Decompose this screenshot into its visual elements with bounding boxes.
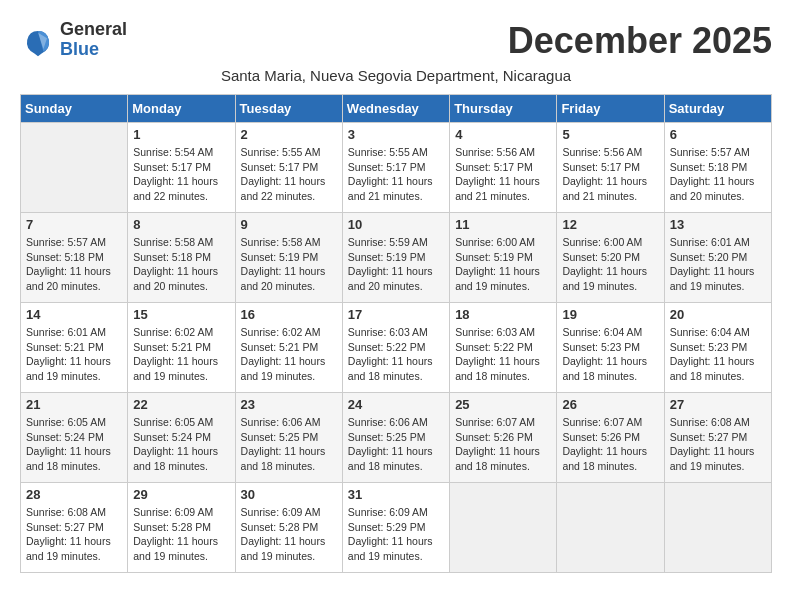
week-row-4: 21Sunrise: 6:05 AMSunset: 5:24 PMDayligh… [21,393,772,483]
calendar-cell: 7Sunrise: 5:57 AMSunset: 5:18 PMDaylight… [21,213,128,303]
day-number: 15 [133,307,229,322]
day-info: Sunrise: 6:05 AMSunset: 5:24 PMDaylight:… [133,415,229,474]
day-number: 29 [133,487,229,502]
day-info: Sunrise: 5:56 AMSunset: 5:17 PMDaylight:… [562,145,658,204]
calendar-cell: 25Sunrise: 6:07 AMSunset: 5:26 PMDayligh… [450,393,557,483]
header-thursday: Thursday [450,95,557,123]
logo-icon [20,22,56,58]
day-info: Sunrise: 5:56 AMSunset: 5:17 PMDaylight:… [455,145,551,204]
day-number: 27 [670,397,766,412]
calendar-cell: 22Sunrise: 6:05 AMSunset: 5:24 PMDayligh… [128,393,235,483]
week-row-1: 1Sunrise: 5:54 AMSunset: 5:17 PMDaylight… [21,123,772,213]
day-number: 21 [26,397,122,412]
calendar-cell: 4Sunrise: 5:56 AMSunset: 5:17 PMDaylight… [450,123,557,213]
day-number: 28 [26,487,122,502]
day-info: Sunrise: 6:09 AMSunset: 5:28 PMDaylight:… [241,505,337,564]
calendar-cell: 14Sunrise: 6:01 AMSunset: 5:21 PMDayligh… [21,303,128,393]
day-info: Sunrise: 6:01 AMSunset: 5:20 PMDaylight:… [670,235,766,294]
day-info: Sunrise: 6:08 AMSunset: 5:27 PMDaylight:… [26,505,122,564]
day-info: Sunrise: 6:08 AMSunset: 5:27 PMDaylight:… [670,415,766,474]
calendar-cell: 29Sunrise: 6:09 AMSunset: 5:28 PMDayligh… [128,483,235,573]
day-info: Sunrise: 6:02 AMSunset: 5:21 PMDaylight:… [241,325,337,384]
day-number: 23 [241,397,337,412]
header-friday: Friday [557,95,664,123]
day-info: Sunrise: 5:55 AMSunset: 5:17 PMDaylight:… [241,145,337,204]
day-number: 6 [670,127,766,142]
calendar-cell: 16Sunrise: 6:02 AMSunset: 5:21 PMDayligh… [235,303,342,393]
calendar-cell: 23Sunrise: 6:06 AMSunset: 5:25 PMDayligh… [235,393,342,483]
calendar-cell: 13Sunrise: 6:01 AMSunset: 5:20 PMDayligh… [664,213,771,303]
calendar-cell: 12Sunrise: 6:00 AMSunset: 5:20 PMDayligh… [557,213,664,303]
week-row-2: 7Sunrise: 5:57 AMSunset: 5:18 PMDaylight… [21,213,772,303]
day-info: Sunrise: 6:07 AMSunset: 5:26 PMDaylight:… [562,415,658,474]
day-number: 12 [562,217,658,232]
day-number: 11 [455,217,551,232]
day-info: Sunrise: 5:55 AMSunset: 5:17 PMDaylight:… [348,145,444,204]
day-number: 31 [348,487,444,502]
calendar-cell: 26Sunrise: 6:07 AMSunset: 5:26 PMDayligh… [557,393,664,483]
month-title: December 2025 [508,20,772,62]
day-info: Sunrise: 6:03 AMSunset: 5:22 PMDaylight:… [455,325,551,384]
day-info: Sunrise: 6:04 AMSunset: 5:23 PMDaylight:… [670,325,766,384]
day-info: Sunrise: 6:07 AMSunset: 5:26 PMDaylight:… [455,415,551,474]
day-info: Sunrise: 6:06 AMSunset: 5:25 PMDaylight:… [241,415,337,474]
calendar-cell [21,123,128,213]
calendar-cell: 9Sunrise: 5:58 AMSunset: 5:19 PMDaylight… [235,213,342,303]
calendar-cell [557,483,664,573]
day-info: Sunrise: 5:58 AMSunset: 5:19 PMDaylight:… [241,235,337,294]
day-info: Sunrise: 6:04 AMSunset: 5:23 PMDaylight:… [562,325,658,384]
day-info: Sunrise: 5:54 AMSunset: 5:17 PMDaylight:… [133,145,229,204]
calendar-cell: 30Sunrise: 6:09 AMSunset: 5:28 PMDayligh… [235,483,342,573]
calendar-cell: 5Sunrise: 5:56 AMSunset: 5:17 PMDaylight… [557,123,664,213]
calendar-cell: 17Sunrise: 6:03 AMSunset: 5:22 PMDayligh… [342,303,449,393]
calendar-cell: 10Sunrise: 5:59 AMSunset: 5:19 PMDayligh… [342,213,449,303]
day-number: 18 [455,307,551,322]
day-number: 19 [562,307,658,322]
calendar-cell: 6Sunrise: 5:57 AMSunset: 5:18 PMDaylight… [664,123,771,213]
day-number: 25 [455,397,551,412]
day-number: 30 [241,487,337,502]
day-number: 24 [348,397,444,412]
day-info: Sunrise: 6:09 AMSunset: 5:28 PMDaylight:… [133,505,229,564]
day-info: Sunrise: 5:59 AMSunset: 5:19 PMDaylight:… [348,235,444,294]
calendar-cell: 18Sunrise: 6:03 AMSunset: 5:22 PMDayligh… [450,303,557,393]
calendar-table: SundayMondayTuesdayWednesdayThursdayFrid… [20,94,772,573]
calendar-cell: 11Sunrise: 6:00 AMSunset: 5:19 PMDayligh… [450,213,557,303]
day-info: Sunrise: 5:58 AMSunset: 5:18 PMDaylight:… [133,235,229,294]
header-saturday: Saturday [664,95,771,123]
calendar-cell: 27Sunrise: 6:08 AMSunset: 5:27 PMDayligh… [664,393,771,483]
calendar-cell: 31Sunrise: 6:09 AMSunset: 5:29 PMDayligh… [342,483,449,573]
day-info: Sunrise: 6:09 AMSunset: 5:29 PMDaylight:… [348,505,444,564]
day-info: Sunrise: 6:00 AMSunset: 5:19 PMDaylight:… [455,235,551,294]
calendar-cell: 20Sunrise: 6:04 AMSunset: 5:23 PMDayligh… [664,303,771,393]
header-monday: Monday [128,95,235,123]
day-info: Sunrise: 6:05 AMSunset: 5:24 PMDaylight:… [26,415,122,474]
day-number: 7 [26,217,122,232]
logo-general-text: General [60,20,127,40]
day-number: 3 [348,127,444,142]
day-number: 17 [348,307,444,322]
calendar-cell: 28Sunrise: 6:08 AMSunset: 5:27 PMDayligh… [21,483,128,573]
subtitle: Santa Maria, Nueva Segovia Department, N… [20,67,772,84]
day-number: 14 [26,307,122,322]
week-row-5: 28Sunrise: 6:08 AMSunset: 5:27 PMDayligh… [21,483,772,573]
calendar-cell: 1Sunrise: 5:54 AMSunset: 5:17 PMDaylight… [128,123,235,213]
day-number: 4 [455,127,551,142]
day-info: Sunrise: 6:03 AMSunset: 5:22 PMDaylight:… [348,325,444,384]
header-tuesday: Tuesday [235,95,342,123]
day-info: Sunrise: 5:57 AMSunset: 5:18 PMDaylight:… [670,145,766,204]
logo: General Blue [20,20,127,60]
day-info: Sunrise: 6:02 AMSunset: 5:21 PMDaylight:… [133,325,229,384]
day-number: 2 [241,127,337,142]
calendar-cell [450,483,557,573]
day-number: 10 [348,217,444,232]
day-info: Sunrise: 6:00 AMSunset: 5:20 PMDaylight:… [562,235,658,294]
day-number: 22 [133,397,229,412]
calendar-cell: 19Sunrise: 6:04 AMSunset: 5:23 PMDayligh… [557,303,664,393]
logo-blue-text: Blue [60,40,127,60]
calendar-cell: 21Sunrise: 6:05 AMSunset: 5:24 PMDayligh… [21,393,128,483]
calendar-cell: 2Sunrise: 5:55 AMSunset: 5:17 PMDaylight… [235,123,342,213]
day-number: 9 [241,217,337,232]
calendar-cell: 8Sunrise: 5:58 AMSunset: 5:18 PMDaylight… [128,213,235,303]
day-number: 8 [133,217,229,232]
